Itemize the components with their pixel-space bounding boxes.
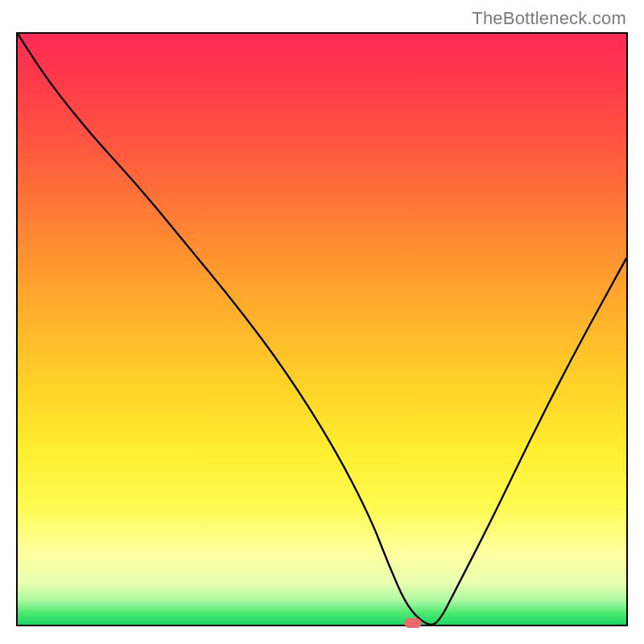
optimal-point-marker <box>404 618 422 628</box>
watermark-text: TheBottleneck.com <box>472 8 626 29</box>
chart-container: TheBottleneck.com <box>0 0 644 644</box>
chart-svg <box>18 34 626 625</box>
plot-area <box>16 32 628 626</box>
bottleneck-curve <box>18 34 626 625</box>
